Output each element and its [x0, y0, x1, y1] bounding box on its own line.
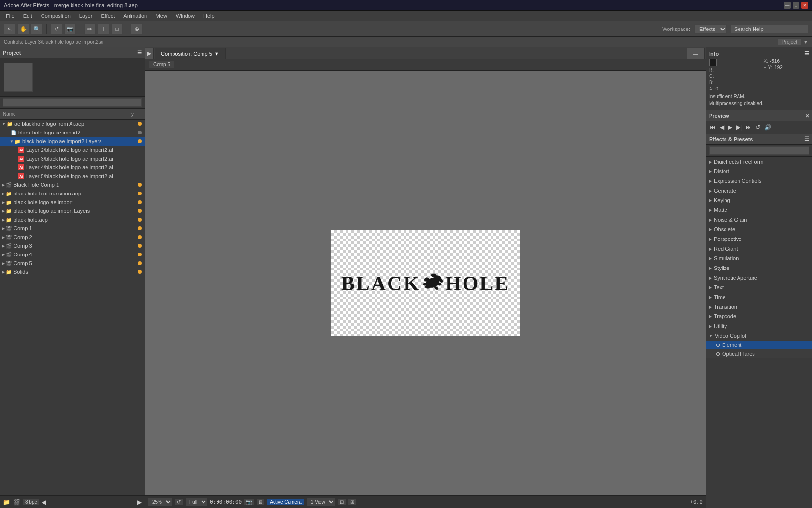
tree-item-black-hole-font[interactable]: ▶📁black hole font transition.aep	[0, 189, 145, 198]
project-expand[interactable]: ▼	[803, 39, 808, 45]
tree-item-solids[interactable]: ▶📁Solids	[0, 268, 145, 276]
preview-header[interactable]: Preview ✕	[706, 110, 812, 121]
tree-item-comp1[interactable]: ▶🎬Comp 1	[0, 224, 145, 233]
close-button[interactable]: ✕	[801, 2, 808, 9]
composition-tab[interactable]: Composition: Comp 5 ▼	[155, 48, 226, 59]
zoom-reset-btn[interactable]: ↺	[174, 498, 183, 506]
new-folder-icon[interactable]: 📁	[3, 499, 10, 506]
maximize-button[interactable]: □	[793, 2, 799, 9]
effect-category-text[interactable]: ▶Text	[706, 283, 812, 292]
tool-arrow[interactable]: ↖	[4, 23, 15, 35]
effect-category-perspective[interactable]: ▶Perspective	[706, 234, 812, 244]
workspace-select[interactable]: Effects	[694, 24, 727, 34]
8bpc-label[interactable]: 8 bpc	[23, 499, 39, 505]
tool-hand[interactable]: ✋	[17, 23, 29, 35]
tree-item-layer4[interactable]: AiLayer 4/black hole logo ae import2.ai	[0, 163, 145, 172]
project-menu-icon[interactable]: ☰	[137, 50, 142, 55]
info-menu-icon[interactable]: ☰	[804, 50, 809, 57]
menu-item-file[interactable]: File	[2, 12, 18, 20]
effect-sub-item-element[interactable]: ⊕Element	[706, 341, 812, 349]
effect-category-obsolete[interactable]: ▶Obsolete	[706, 224, 812, 234]
preview-next-frame[interactable]: ▶|	[735, 123, 743, 132]
zoom-select[interactable]: 25%	[148, 498, 173, 506]
effects-menu-icon[interactable]: ☰	[804, 136, 809, 142]
preview-close-btn[interactable]: ✕	[805, 113, 809, 119]
menu-item-view[interactable]: View	[152, 12, 171, 20]
effect-category-digieffects-freeform[interactable]: ▶Digieffects FreeForm	[706, 157, 812, 166]
minimize-panel-btn[interactable]: —	[687, 48, 705, 59]
tree-arrow: ▼	[10, 139, 14, 144]
minimize-button[interactable]: —	[784, 2, 791, 9]
effect-category-keying[interactable]: ▶Keying	[706, 195, 812, 205]
comp-tabs-bar: ▶ Composition: Comp 5 ▼ —	[145, 47, 706, 59]
tool-rect[interactable]: □	[111, 23, 123, 35]
preview-loop[interactable]: ↺	[754, 123, 761, 132]
effect-category-matte[interactable]: ▶Matte	[706, 205, 812, 215]
tool-camera[interactable]: 📷	[64, 23, 76, 35]
project-flow-icon[interactable]: ◀	[42, 499, 46, 506]
menu-item-animation[interactable]: Animation	[119, 12, 151, 20]
tree-item-black-hole-import-layers[interactable]: ▶📁black hole logo ae import Layers	[0, 207, 145, 215]
preview-go-start[interactable]: ⏮	[709, 123, 717, 132]
tool-text[interactable]: T	[98, 23, 109, 35]
effect-category-time[interactable]: ▶Time	[706, 292, 812, 302]
effect-category-video-copilot[interactable]: ▼Video Copilot	[706, 331, 812, 341]
tool-puppet[interactable]: ⊕	[131, 23, 143, 35]
tool-rotate[interactable]: ↺	[51, 23, 62, 35]
tree-item-black-hole-import[interactable]: ▶📁black hole logo ae import	[0, 198, 145, 207]
tree-item-black-hole-aep[interactable]: ▶📁black hole.aep	[0, 215, 145, 224]
menu-item-effect[interactable]: Effect	[97, 12, 118, 20]
tree-item-ae-blackhole[interactable]: ▼📁ae blackhole logo from Ai.aep	[0, 120, 145, 128]
effect-category-generate[interactable]: ▶Generate	[706, 186, 812, 195]
safe-zones-btn[interactable]: ⊡	[337, 498, 346, 506]
effect-category-trapcode[interactable]: ▶Trapcode	[706, 312, 812, 321]
composition-tab-label: Composition: Comp 5	[161, 51, 212, 57]
tree-item-black-hole-comp1[interactable]: ▶🎬Black Hole Comp 1	[0, 180, 145, 189]
snapshot-btn[interactable]: 📷	[244, 498, 254, 506]
search-help-input[interactable]	[731, 25, 808, 33]
comp-tab-dropdown[interactable]: ▼	[214, 51, 219, 57]
effect-category-transition[interactable]: ▶Transition	[706, 302, 812, 312]
menu-item-layer[interactable]: Layer	[75, 12, 97, 20]
grid-btn[interactable]: ⊞	[256, 498, 265, 506]
resolution-select[interactable]: Full	[185, 498, 208, 506]
effect-category-distort[interactable]: ▶Distort	[706, 166, 812, 176]
effect-category-synthetic-aperture[interactable]: ▶Synthetic Aperture	[706, 273, 812, 283]
tree-dot-indicator	[138, 218, 142, 222]
tree-item-layer2[interactable]: AiLayer 2/black hole logo ae import2.ai	[0, 146, 145, 154]
preview-prev-frame[interactable]: ◀	[719, 123, 725, 132]
project-search-input[interactable]	[3, 98, 142, 107]
effect-sub-item-optical-flares[interactable]: ⊕Optical Flares	[706, 349, 812, 358]
effect-category-noise-&-grain[interactable]: ▶Noise & Grain	[706, 215, 812, 224]
tree-item-layer5[interactable]: AiLayer 5/black hole logo ae import2.ai	[0, 172, 145, 180]
menu-item-window[interactable]: Window	[172, 12, 199, 20]
effect-category-utility[interactable]: ▶Utility	[706, 321, 812, 331]
tree-item-comp3[interactable]: ▶🎬Comp 3	[0, 241, 145, 250]
grid-overlay-btn[interactable]: ⊞	[348, 498, 357, 506]
tool-zoom[interactable]: 🔍	[31, 23, 43, 35]
tree-item-black-hole-logo-ae[interactable]: 📄black hole logo ae import2	[0, 128, 145, 137]
menu-item-help[interactable]: Help	[200, 12, 218, 20]
tool-pen[interactable]: ✏	[84, 23, 96, 35]
tree-item-layer3[interactable]: AiLayer 3/black hole logo ae import2.ai	[0, 154, 145, 163]
tree-item-black-hole-layers[interactable]: ▼📁black hole logo ae import2 Layers	[0, 137, 145, 146]
active-camera-label: Active Camera	[267, 499, 304, 505]
preview-play[interactable]: ▶	[727, 123, 733, 132]
tree-item-comp5[interactable]: ▶🎬Comp 5	[0, 259, 145, 268]
view-select[interactable]: 1 View	[306, 498, 335, 506]
effect-category-simulation[interactable]: ▶Simulation	[706, 254, 812, 263]
new-comp-icon[interactable]: 🎬	[13, 499, 20, 506]
effect-category-stylize[interactable]: ▶Stylize	[706, 263, 812, 273]
project-label[interactable]: Project	[778, 38, 801, 45]
tree-item-comp2[interactable]: ▶🎬Comp 2	[0, 233, 145, 241]
effect-category-red-giant[interactable]: ▶Red Giant	[706, 244, 812, 254]
effect-category-expression-controls[interactable]: ▶Expression Controls	[706, 176, 812, 186]
viewer-controls: 25% ↺ Full 0;00;00;00 📷 ⊞ Active Camera …	[145, 495, 706, 508]
effects-search-input[interactable]	[709, 146, 809, 155]
tree-item-comp4[interactable]: ▶🎬Comp 4	[0, 250, 145, 259]
preview-go-end[interactable]: ⏭	[745, 123, 753, 132]
preview-audio[interactable]: 🔊	[763, 123, 772, 132]
menu-item-edit[interactable]: Edit	[19, 12, 36, 20]
controls-label: Controls: Layer 3/black hole logo ae imp…	[4, 39, 103, 45]
menu-item-composition[interactable]: Composition	[37, 12, 74, 20]
